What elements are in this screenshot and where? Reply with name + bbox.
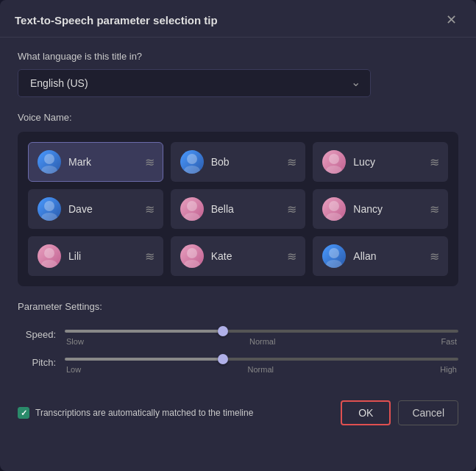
pitch-min-label: Low xyxy=(66,365,81,374)
pitch-slider[interactable] xyxy=(65,358,458,361)
voice-name-lucy: Lucy xyxy=(353,156,375,168)
checkbox-row[interactable]: ✓ Transcriptions are automatically match… xyxy=(18,407,253,419)
tts-dialog: Text-to-Speech parameter selection tip ✕… xyxy=(0,0,476,471)
pitch-mid-label: Normal xyxy=(248,365,274,374)
wave-icon-mark: ≋ xyxy=(145,155,154,169)
avatar-kate xyxy=(180,244,204,268)
checkmark-icon: ✓ xyxy=(21,409,27,417)
voice-name-bob: Bob xyxy=(211,156,230,168)
pitch-max-label: High xyxy=(440,365,457,374)
avatar-mark xyxy=(38,150,61,174)
dialog-body: What language is this title in? English … xyxy=(0,38,476,392)
avatar-lucy xyxy=(322,150,346,174)
svg-point-2 xyxy=(187,154,197,164)
wave-icon-bob: ≋ xyxy=(287,155,296,169)
dialog-title: Text-to-Speech parameter selection tip xyxy=(15,14,218,26)
voice-name-bella: Bella xyxy=(211,203,234,215)
svg-point-3 xyxy=(184,166,200,174)
voice-card-lucy[interactable]: Lucy ≋ xyxy=(313,142,448,182)
svg-point-12 xyxy=(44,248,54,258)
voice-name-lili: Lili xyxy=(68,250,81,262)
voice-card-lili-left: Lili xyxy=(38,244,81,268)
close-button[interactable]: ✕ xyxy=(441,12,461,28)
voice-card-bella[interactable]: Bella ≋ xyxy=(171,189,306,229)
svg-point-8 xyxy=(187,201,197,211)
avatar-nancy xyxy=(322,197,346,221)
svg-point-0 xyxy=(44,154,54,164)
voice-card-lili[interactable]: Lili ≋ xyxy=(28,236,163,276)
dialog-footer: ✓ Transcriptions are automatically match… xyxy=(0,392,476,439)
avatar-bob xyxy=(180,150,204,174)
ok-button[interactable]: OK xyxy=(341,400,391,425)
voice-name-kate: Kate xyxy=(211,250,232,262)
svg-point-9 xyxy=(184,213,200,221)
svg-point-17 xyxy=(326,260,342,268)
wave-icon-kate: ≋ xyxy=(287,249,296,263)
wave-icon-lili: ≋ xyxy=(145,249,154,263)
language-select-wrap: English (US) English (UK) Spanish French… xyxy=(18,69,371,97)
speed-row: Speed: Slow Normal Fast xyxy=(18,322,458,346)
cancel-button[interactable]: Cancel xyxy=(398,400,458,425)
wave-icon-lucy: ≋ xyxy=(430,155,438,169)
wave-icon-allan: ≋ xyxy=(430,249,438,263)
svg-point-10 xyxy=(329,201,339,211)
avatar-bella xyxy=(180,197,204,221)
svg-point-7 xyxy=(41,213,57,221)
param-settings-label: Parameter Settings: xyxy=(18,301,458,312)
voice-name-dave: Dave xyxy=(68,203,93,215)
svg-point-15 xyxy=(184,260,200,268)
auto-match-checkbox[interactable]: ✓ xyxy=(18,407,29,419)
speed-min-label: Slow xyxy=(66,337,84,346)
voice-card-nancy-left: Nancy xyxy=(322,197,383,221)
voice-grid: Mark ≋ Bob ≋ xyxy=(18,132,458,286)
speed-label: Speed: xyxy=(18,329,56,340)
svg-point-6 xyxy=(44,201,54,211)
voice-card-kate-left: Kate xyxy=(180,244,232,268)
voice-card-dave[interactable]: Dave ≋ xyxy=(28,189,163,229)
svg-point-14 xyxy=(187,248,197,258)
pitch-slider-wrap: Low Normal High xyxy=(65,350,458,374)
voice-card-allan-left: Allan xyxy=(322,244,376,268)
wave-icon-nancy: ≋ xyxy=(430,202,438,216)
voice-name-mark: Mark xyxy=(68,156,91,168)
avatar-dave xyxy=(38,197,61,221)
language-section: What language is this title in? English … xyxy=(18,51,458,97)
voice-card-bob[interactable]: Bob ≋ xyxy=(171,142,306,182)
svg-point-5 xyxy=(326,166,342,174)
voice-name-allan: Allan xyxy=(353,250,376,262)
voice-name-nancy: Nancy xyxy=(353,203,383,215)
language-label: What language is this title in? xyxy=(18,51,458,62)
pitch-track-labels: Low Normal High xyxy=(65,365,458,374)
pitch-row: Pitch: Low Normal High xyxy=(18,350,458,374)
svg-point-16 xyxy=(329,248,339,258)
voice-card-kate[interactable]: Kate ≋ xyxy=(171,236,306,276)
wave-icon-dave: ≋ xyxy=(145,202,154,216)
speed-track-labels: Slow Normal Fast xyxy=(65,337,458,346)
speed-mid-label: Normal xyxy=(249,337,275,346)
speed-slider[interactable] xyxy=(65,330,458,333)
voice-card-dave-left: Dave xyxy=(38,197,93,221)
dialog-header: Text-to-Speech parameter selection tip ✕ xyxy=(0,0,476,38)
svg-point-1 xyxy=(41,166,57,174)
footer-buttons: OK Cancel xyxy=(341,400,458,425)
checkbox-label: Transcriptions are automatically matched… xyxy=(35,408,253,418)
pitch-label: Pitch: xyxy=(18,357,56,368)
voice-card-mark-left: Mark xyxy=(38,150,91,174)
svg-point-13 xyxy=(41,260,57,268)
wave-icon-bella: ≋ xyxy=(287,202,296,216)
avatar-allan xyxy=(322,244,346,268)
avatar-lili xyxy=(38,244,61,268)
speed-max-label: Fast xyxy=(441,337,457,346)
voice-card-bob-left: Bob xyxy=(180,150,230,174)
voice-card-bella-left: Bella xyxy=(180,197,234,221)
speed-slider-wrap: Slow Normal Fast xyxy=(65,322,458,346)
language-select[interactable]: English (US) English (UK) Spanish French… xyxy=(18,69,371,97)
voice-name-label: Voice Name: xyxy=(18,112,458,123)
svg-point-4 xyxy=(329,154,339,164)
voice-card-allan[interactable]: Allan ≋ xyxy=(313,236,448,276)
voice-card-lucy-left: Lucy xyxy=(322,150,375,174)
svg-point-11 xyxy=(326,213,342,221)
voice-card-nancy[interactable]: Nancy ≋ xyxy=(313,189,448,229)
voice-card-mark[interactable]: Mark ≋ xyxy=(28,142,163,182)
